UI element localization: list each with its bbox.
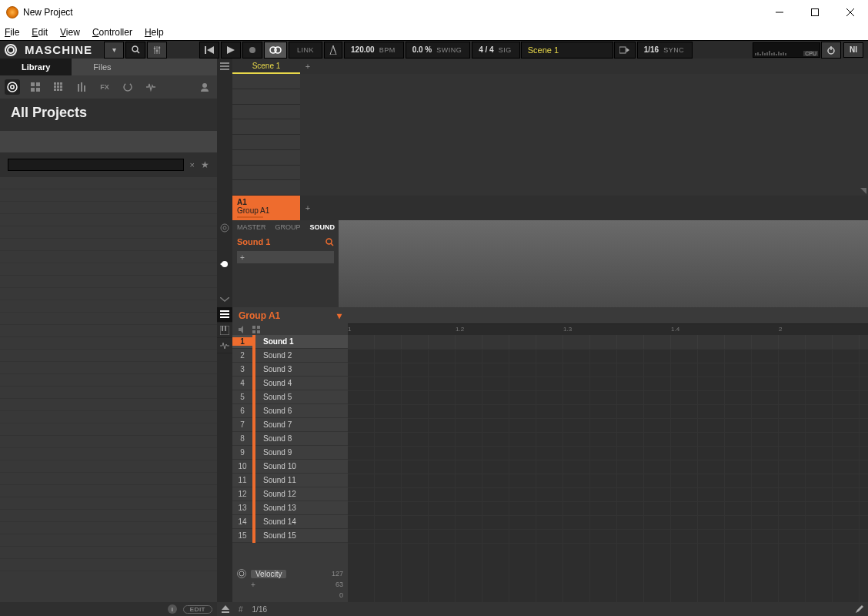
mgs-sound[interactable]: SOUND [310, 223, 336, 231]
grid-icon[interactable]: # [239, 605, 243, 614]
menu-controller[interactable]: Controller [92, 27, 132, 38]
bottom-grid-value[interactable]: 1/16 [252, 605, 267, 614]
grid-segment[interactable]: 1/16SYNC [637, 42, 693, 59]
sound-row[interactable]: 5Sound 5 [232, 390, 348, 404]
plugin-target-icon[interactable] [217, 220, 232, 236]
sound-row[interactable]: 3Sound 3 [232, 363, 348, 377]
tempo-segment[interactable]: 120.00BPM [344, 42, 404, 59]
sound-row[interactable]: 10Sound 10 [232, 460, 348, 474]
sound-row[interactable]: 4Sound 4 [232, 377, 348, 390]
mgs-master[interactable]: MASTER [237, 223, 266, 231]
window-maximize-button[interactable] [797, 0, 833, 25]
browser-tab-library[interactable]: Library [0, 59, 72, 75]
transport-record-button[interactable] [242, 42, 262, 59]
mgs-group[interactable]: GROUP [275, 223, 301, 231]
pattern-ruler[interactable]: 11.21.31.42 [348, 324, 868, 335]
mute-icon[interactable] [239, 326, 246, 333]
scene-field[interactable]: Scene 1 [521, 42, 613, 59]
power-button[interactable] [821, 42, 841, 59]
browser-search-clear-icon[interactable]: × [187, 160, 198, 169]
group-row: A1 Group A1 + [232, 196, 868, 220]
browser-favorite-icon[interactable]: ★ [201, 159, 209, 170]
sound-row[interactable]: 8Sound 8 [232, 432, 348, 446]
eject-icon[interactable] [222, 605, 229, 613]
sound-row[interactable]: 1Sound 1 [232, 335, 348, 349]
pattern-grid[interactable] [348, 335, 868, 602]
browser-results-list[interactable] [0, 177, 217, 602]
browser-heading: All Projects [0, 99, 217, 126]
transport-loop-button[interactable] [264, 42, 287, 59]
swing-segment[interactable]: 0.0 %SWING [406, 42, 471, 59]
svg-rect-30 [54, 82, 56, 85]
header-mixer-button[interactable] [147, 42, 167, 59]
filter-loops-icon[interactable] [120, 79, 135, 95]
velocity-target-icon[interactable] [237, 569, 246, 578]
sound-row[interactable]: 2Sound 2 [232, 349, 348, 363]
selected-sound-row[interactable]: Sound 1 [232, 234, 339, 249]
sound-list[interactable]: 1Sound 12Sound 23Sound 34Sound 45Sound 5… [232, 335, 348, 567]
arranger-body[interactable] [232, 74, 868, 196]
svg-marker-65 [222, 605, 229, 610]
pattern-header-strip[interactable] [348, 307, 868, 324]
ni-logo-button[interactable]: NI [843, 42, 863, 58]
header-dropdown-button[interactable]: ▾ [104, 42, 124, 59]
info-icon[interactable]: i [168, 604, 177, 614]
pads-icon[interactable] [252, 326, 260, 333]
sound-row[interactable]: 12Sound 12 [232, 487, 348, 501]
velocity-label[interactable]: Velocity [251, 570, 286, 578]
browser-tab-files[interactable]: Files [72, 59, 132, 75]
window-close-button[interactable] [833, 0, 868, 25]
plugin-focus-icon[interactable] [217, 256, 232, 272]
svg-point-47 [221, 224, 229, 232]
sound-row[interactable]: 15Sound 15 [232, 529, 348, 543]
browser-panel: Library Files FX All Projects × ★ i EDIT [0, 59, 217, 616]
sound-row[interactable]: 9Sound 9 [232, 446, 348, 460]
signature-segment[interactable]: 4 / 4SIG [472, 42, 519, 59]
chevron-down-icon[interactable]: ▾ [337, 310, 342, 321]
edit-button[interactable]: EDIT [183, 605, 212, 614]
window-minimize-button[interactable] [762, 0, 797, 25]
menu-help[interactable]: Help [145, 27, 164, 38]
plugin-add-slot[interactable]: + [237, 251, 334, 263]
sound-row[interactable]: 11Sound 11 [232, 474, 348, 487]
menu-view[interactable]: View [60, 27, 80, 38]
filter-groups-icon[interactable] [28, 79, 43, 95]
follow-button[interactable] [614, 42, 636, 59]
scene-tab-1[interactable]: Scene 1 [232, 59, 300, 74]
transport-play-button[interactable] [221, 42, 241, 59]
menu-file[interactable]: File [5, 27, 19, 38]
metronome-button[interactable] [324, 42, 342, 59]
link-segment[interactable]: LINK [289, 42, 322, 59]
group-add-button[interactable]: + [300, 196, 315, 220]
group-a1-block[interactable]: A1 Group A1 [232, 196, 300, 220]
scene-add-button[interactable]: + [300, 59, 315, 74]
user-content-icon[interactable] [197, 79, 212, 95]
sound-row[interactable]: 7Sound 7 [232, 418, 348, 432]
transport-restart-button[interactable] [199, 42, 219, 59]
menu-edit[interactable]: Edit [32, 27, 48, 38]
browser-filter-row: FX [0, 75, 217, 99]
arranger-view-button[interactable] [217, 59, 232, 74]
sound-row[interactable]: 6Sound 6 [232, 404, 348, 418]
filter-oneshots-icon[interactable] [143, 79, 159, 95]
sound-search-icon[interactable] [326, 238, 334, 246]
arranger-timeline[interactable] [300, 74, 868, 196]
filter-fx-icon[interactable]: FX [97, 79, 112, 95]
filter-projects-icon[interactable] [5, 79, 20, 95]
filter-sounds-icon[interactable] [51, 79, 66, 95]
browser-search-input[interactable] [8, 159, 184, 171]
scroll-handle-icon[interactable] [860, 188, 866, 194]
sound-row[interactable]: 14Sound 14 [232, 515, 348, 529]
pattern-sub-icons [232, 324, 348, 335]
svg-line-5 [137, 51, 139, 53]
filter-instruments-icon[interactable] [74, 79, 89, 95]
sound-row[interactable]: 13Sound 13 [232, 501, 348, 515]
pattern-view-list-icon[interactable] [217, 307, 232, 323]
svg-rect-29 [36, 88, 40, 92]
pattern-group-header[interactable]: Group A1 ▾ [232, 307, 348, 324]
pencil-icon[interactable] [856, 605, 863, 613]
pattern-view-automation-icon[interactable] [217, 338, 232, 353]
pattern-view-keyboard-icon[interactable] [217, 323, 232, 338]
plugin-collapse-icon[interactable] [217, 292, 232, 307]
header-search-button[interactable] [125, 42, 145, 59]
